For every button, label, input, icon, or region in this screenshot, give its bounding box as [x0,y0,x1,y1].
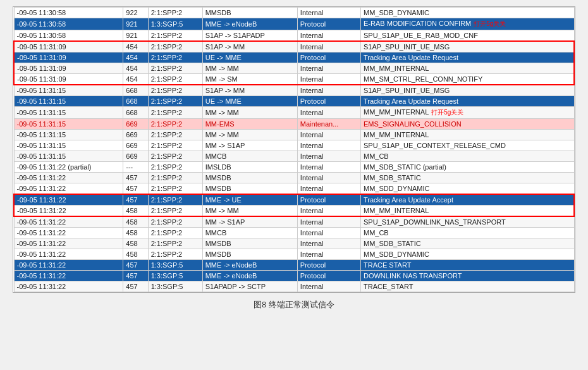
id-cell: 458 [123,206,148,217]
id-cell: 457 [123,183,148,195]
type-cell: Protocol [297,52,360,63]
message-cell: TRACE_START [360,281,574,292]
type-cell: Internal [297,249,360,260]
timestamp-cell: -09-05 11:31:22 [14,260,123,271]
direction-cell: S1AP -> MM [202,41,297,52]
table-row: -09-05 11:30:589222:1:SPP:2MMSDBInternal… [14,8,574,18]
message-cell: Tracking Area Update Request [360,52,574,63]
direction-cell: S1AP -> S1APADP [202,30,297,42]
message-cell: E-RAB MODIFICATION CONFIRM打开5g关关 [360,18,574,30]
message-cell: S1AP_SPU_INIT_UE_MSG [360,85,574,96]
table-row: -09-05 11:31:224582:1:SPP:2MMSDBInternal… [14,238,574,249]
timestamp-cell: -09-05 11:30:58 [14,8,123,18]
message-cell: SPU_S1AP_UE_CONTEXT_RELEASE_CMD [360,140,574,151]
type-cell: Internal [297,30,360,42]
table-row: -09-05 11:30:589211:3:SGP:5MME -> eNodeB… [14,18,574,30]
table-row: -09-05 11:31:224582:1:SPP:2MM -> S1APInt… [14,216,574,228]
message-cell: MM_MM_INTERNAL [360,206,574,217]
table-row: -09-05 11:31:156682:1:SPP:2S1AP -> MMInt… [14,85,574,96]
timestamp-cell: -09-05 11:31:15 [14,151,123,162]
id-cell: 454 [123,52,148,63]
type-cell: Internal [297,228,360,238]
timestamp-cell: -09-05 11:31:22 (partial) [14,162,123,173]
table-row: -09-05 11:31:22 (partial)---2:1:SPP:2IMS… [14,162,574,173]
type-cell: Internal [297,85,360,96]
node-cell: 1:3:SGP:5 [148,18,202,30]
id-cell: 458 [123,238,148,249]
type-cell: Internal [297,173,360,183]
node-cell: 2:1:SPP:2 [148,107,202,119]
direction-cell: MMSDB [202,8,297,18]
type-cell: Internal [297,281,360,292]
type-cell: Internal [297,151,360,162]
type-cell: Internal [297,238,360,249]
table-row: -09-05 11:31:224571:3:SGP:5S1APADP -> SC… [14,281,574,292]
timestamp-cell: -09-05 11:31:15 [14,119,123,130]
table-row: -09-05 11:31:094542:1:SPP:2MM -> MMInter… [14,63,574,74]
timestamp-cell: -09-05 11:31:22 [14,281,123,292]
type-cell: Protocol [297,194,360,206]
type-cell: Internal [297,8,360,18]
table-row: -09-05 11:31:156682:1:SPP:2MM -> MMInter… [14,107,574,119]
id-cell: 457 [123,281,148,292]
id-cell: 668 [123,96,148,107]
direction-cell: MME -> eNodeB [202,271,297,281]
annotation-text: 打开5g关关 [474,20,506,27]
id-cell: 454 [123,63,148,74]
caption-text: 图8 终端正常测试信令 [254,300,334,309]
direction-cell: MMSDB [202,173,297,183]
direction-cell: MM -> S1AP [202,140,297,151]
node-cell: 2:1:SPP:2 [148,173,202,183]
id-cell: 457 [123,173,148,183]
direction-cell: MM -> MM [202,206,297,217]
table-row: -09-05 11:31:156692:1:SPP:2MM -> MMInter… [14,130,574,140]
direction-cell: MMCB [202,151,297,162]
node-cell: 2:1:SPP:2 [148,8,202,18]
direction-cell: MME -> eNodeB [202,18,297,30]
timestamp-cell: -09-05 11:31:22 [14,194,123,206]
table-row: -09-05 11:30:589212:1:SPP:2S1AP -> S1APA… [14,30,574,42]
id-cell: 458 [123,228,148,238]
timestamp-cell: -09-05 11:31:22 [14,173,123,183]
type-cell: Internal [297,216,360,228]
type-cell: Internal [297,162,360,173]
node-cell: 1:3:SGP:5 [148,260,202,271]
id-cell: 457 [123,260,148,271]
node-cell: 2:1:SPP:2 [148,140,202,151]
node-cell: 2:1:SPP:2 [148,85,202,96]
figure-caption: 图8 终端正常测试信令 [254,299,334,311]
message-cell: MM_MM_INTERNAL打开5g关关 [360,107,574,119]
type-cell: Internal [297,206,360,217]
message-cell: MM_MM_INTERNAL [360,130,574,140]
node-cell: 2:1:SPP:2 [148,228,202,238]
message-cell: EMS_SIGNALING_COLLISION [360,119,574,130]
direction-cell: MM -> MM [202,107,297,119]
type-cell: Internal [297,63,360,74]
direction-cell: MMSDB [202,183,297,195]
timestamp-cell: -09-05 11:31:09 [14,52,123,63]
message-cell: TRACE START [360,260,574,271]
type-cell: Protocol [297,18,360,30]
id-cell: 669 [123,119,148,130]
id-cell: 454 [123,41,148,52]
timestamp-cell: -09-05 11:31:09 [14,74,123,85]
message-cell: MM_MM_INTERNAL [360,63,574,74]
main-content: -09-05 11:30:589222:1:SPP:2MMSDBInternal… [13,6,575,293]
id-cell: 921 [123,18,148,30]
table-row: -09-05 11:31:224571:3:SGP:5MME -> eNodeB… [14,271,574,281]
timestamp-cell: -09-05 11:31:22 [14,249,123,260]
type-cell: Internal [297,74,360,85]
table-row: -09-05 11:31:156692:1:SPP:2MMCBInternalM… [14,151,574,162]
timestamp-cell: -09-05 11:30:58 [14,30,123,42]
table-row: -09-05 11:31:094542:1:SPP:2MM -> SMInter… [14,74,574,85]
table-row: -09-05 11:31:094542:1:SPP:2UE -> MMEProt… [14,52,574,63]
direction-cell: S1APADP -> SCTP [202,281,297,292]
timestamp-cell: -09-05 11:30:58 [14,18,123,30]
id-cell: 669 [123,140,148,151]
timestamp-cell: -09-05 11:31:22 [14,183,123,195]
timestamp-cell: -09-05 11:31:15 [14,85,123,96]
direction-cell: S1AP -> MM [202,85,297,96]
timestamp-cell: -09-05 11:31:15 [14,107,123,119]
node-cell: 1:3:SGP:5 [148,271,202,281]
node-cell: 2:1:SPP:2 [148,162,202,173]
